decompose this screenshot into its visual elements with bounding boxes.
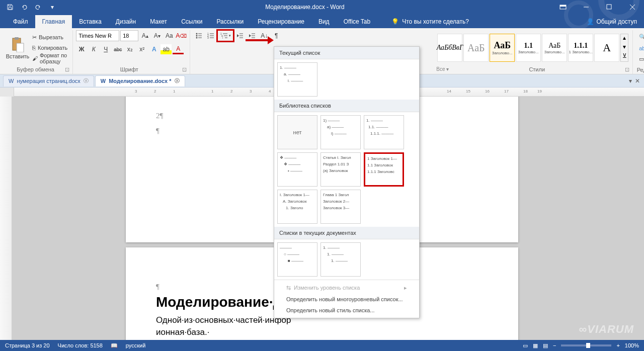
- font-name-combo[interactable]: Times New R: [76, 30, 119, 41]
- bullets-button[interactable]: [193, 30, 204, 41]
- style-tile[interactable]: 1.1Заголово...: [516, 34, 541, 62]
- status-bar: Страница 3 из 20 Число слов: 5158 📖 русс…: [0, 340, 644, 351]
- cut-button[interactable]: ✂Вырезать: [30, 32, 69, 42]
- list-preset-tile[interactable]: I. Заголовок 1—A. Заголовок1. Заголо: [277, 190, 317, 224]
- svg-point-13: [196, 37, 198, 39]
- font-color-button[interactable]: A: [173, 44, 184, 54]
- tab-design[interactable]: Дизайн: [109, 15, 143, 28]
- zoom-slider[interactable]: [561, 344, 611, 346]
- style-tile[interactable]: АаБЗаголово...: [542, 34, 567, 62]
- style-tile[interactable]: АаБЗаголово...: [490, 34, 515, 62]
- qat-customize-dropdown[interactable]: ▾: [46, 1, 58, 13]
- svg-point-9: [196, 33, 198, 35]
- zoom-level[interactable]: 100%: [625, 342, 639, 348]
- clear-format-button[interactable]: A⌫: [176, 31, 187, 41]
- list-preset-tile[interactable]: 1) ———a) ———i) ———: [320, 115, 361, 149]
- numbering-button[interactable]: 123: [205, 30, 216, 41]
- italic-button[interactable]: К: [88, 44, 99, 54]
- font-size-combo[interactable]: 18: [120, 30, 138, 41]
- style-tile[interactable]: 1.1.11 Заголово...: [568, 34, 593, 62]
- strike-button[interactable]: abc: [112, 44, 123, 54]
- styles-more-button[interactable]: ▾: [621, 43, 628, 52]
- list-preset-none[interactable]: нет: [277, 115, 317, 149]
- grow-font-button[interactable]: A▴: [139, 31, 150, 41]
- view-web-button[interactable]: ▤: [543, 342, 548, 349]
- word-count[interactable]: Число слов: 5158: [58, 342, 103, 348]
- redo-button[interactable]: [32, 1, 44, 13]
- superscript-button[interactable]: x²: [136, 44, 147, 54]
- tab-review[interactable]: Рецензирование: [251, 15, 311, 28]
- vertical-ruler[interactable]: [0, 97, 12, 340]
- define-new-list-item[interactable]: Определить новый многоуровневый список..…: [274, 294, 419, 305]
- tell-me-search[interactable]: 💡Что вы хотите сделать?: [387, 15, 473, 28]
- highlight-button[interactable]: ab: [160, 44, 172, 54]
- svg-text:i: i: [222, 36, 223, 39]
- font-group: Times New R 18 A▴ A▾ Aa A⌫ Ж К Ч abc x₂ …: [73, 30, 190, 74]
- paste-button[interactable]: Вставить: [6, 31, 29, 64]
- zoom-in-button[interactable]: +: [616, 342, 619, 348]
- undo-button[interactable]: [18, 1, 30, 13]
- tab-view[interactable]: Вид: [311, 15, 337, 28]
- document-tab[interactable]: Wнумерация страниц.docxⓧ: [3, 75, 94, 86]
- close-tab-icon[interactable]: ⓧ: [84, 77, 89, 84]
- tab-mailings[interactable]: Рассылки: [209, 15, 251, 28]
- paragraph-mark: 2¶: [156, 112, 163, 120]
- view-read-button[interactable]: ▭: [523, 342, 528, 349]
- editing-group: 🔍Найти ▾ abЗаменить ▭Выделить ▾ Редактир…: [633, 30, 644, 74]
- list-preset-tile[interactable]: ———○ ———■ ———: [277, 242, 317, 277]
- list-preset-tile-selected[interactable]: 1 Заголовок 1—1.1 Заголовок1.1.1 Заголов…: [364, 152, 404, 187]
- save-icon[interactable]: [4, 1, 16, 13]
- list-preset-tile[interactable]: 1. ———a. ———i. ———: [277, 62, 317, 97]
- view-print-button[interactable]: ▦: [533, 342, 538, 349]
- tab-layout[interactable]: Макет: [143, 15, 174, 28]
- word-icon: W: [9, 78, 14, 84]
- subscript-button[interactable]: x₂: [124, 44, 135, 54]
- window-title: Моделирование.docx - Word: [58, 4, 551, 11]
- replace-button[interactable]: abЗаменить: [639, 43, 644, 53]
- style-tile[interactable]: АаБ: [463, 34, 489, 62]
- tab-officetab[interactable]: Office Tab: [337, 15, 378, 28]
- select-button[interactable]: ▭Выделить ▾: [639, 54, 644, 64]
- page-indicator[interactable]: Страница 3 из 20: [5, 342, 50, 348]
- select-icon: ▭: [639, 56, 644, 62]
- close-tab-icon[interactable]: ⓧ: [175, 77, 180, 84]
- list-preset-tile[interactable]: Глава 1 ЗаголЗаголовок 2—Заголовок 3—: [320, 190, 361, 224]
- change-list-level-item: ⇆Изменить уровень списка▸: [274, 282, 419, 294]
- list-preset-tile[interactable]: ❖ ——— ❖ ——— • ———: [277, 152, 317, 187]
- tab-insert[interactable]: Вставка: [72, 15, 109, 28]
- format-painter-button[interactable]: 🖌Формат по образцу: [30, 53, 69, 63]
- copy-button[interactable]: ⎘Копировать: [30, 43, 69, 53]
- shrink-font-button[interactable]: A▾: [151, 31, 163, 41]
- tab-list-button[interactable]: ▾: [629, 77, 632, 84]
- paragraph-mark: ¶: [156, 127, 159, 135]
- styles-label: Все ▾Стили ⊡: [436, 65, 629, 74]
- font-label: Шрифт ⊡: [76, 65, 187, 74]
- find-button[interactable]: 🔍Найти ▾: [639, 32, 644, 42]
- copy-icon: ⎘: [32, 45, 36, 51]
- svg-text:3: 3: [207, 36, 209, 39]
- style-tile[interactable]: АаБбВвГ: [437, 34, 462, 62]
- language-indicator[interactable]: русский: [126, 342, 145, 348]
- styles-more-button[interactable]: ▴: [621, 34, 628, 43]
- bold-button[interactable]: Ж: [76, 44, 87, 54]
- change-case-button[interactable]: Aa: [164, 31, 175, 41]
- tab-references[interactable]: Ссылки: [174, 15, 209, 28]
- document-tab[interactable]: WМоделирование.docx *ⓧ: [95, 75, 185, 86]
- list-preset-tile[interactable]: Статья I. ЗаголРаздел 1.01 З(a) Заголово…: [320, 152, 361, 187]
- spellcheck-icon[interactable]: 📖: [111, 342, 118, 349]
- zoom-out-button[interactable]: −: [553, 342, 556, 348]
- list-preset-tile[interactable]: 1. ———1. ———1. ———: [320, 242, 361, 277]
- multilevel-list-button[interactable]: 1ai▾: [217, 30, 233, 41]
- underline-button[interactable]: Ч: [100, 44, 111, 54]
- list-preset-tile[interactable]: 1. ———1.1. ———1.1.1. ———: [364, 115, 404, 149]
- style-tile[interactable]: А: [594, 34, 619, 62]
- tab-file[interactable]: Файл: [6, 15, 35, 28]
- close-all-tabs-button[interactable]: ✕: [635, 77, 640, 84]
- define-new-style-item[interactable]: Определить новый стиль списка...: [274, 305, 419, 316]
- styles-expand-button[interactable]: ⊻: [621, 52, 628, 61]
- annotation-arrow: [246, 35, 274, 45]
- tab-home[interactable]: Главная: [35, 15, 72, 28]
- decrease-indent-button[interactable]: [234, 30, 246, 41]
- text-effects-button[interactable]: A: [148, 44, 159, 54]
- styles-gallery[interactable]: АаБбВвГ АаБ АаБЗаголово... 1.1Заголово..…: [436, 33, 629, 63]
